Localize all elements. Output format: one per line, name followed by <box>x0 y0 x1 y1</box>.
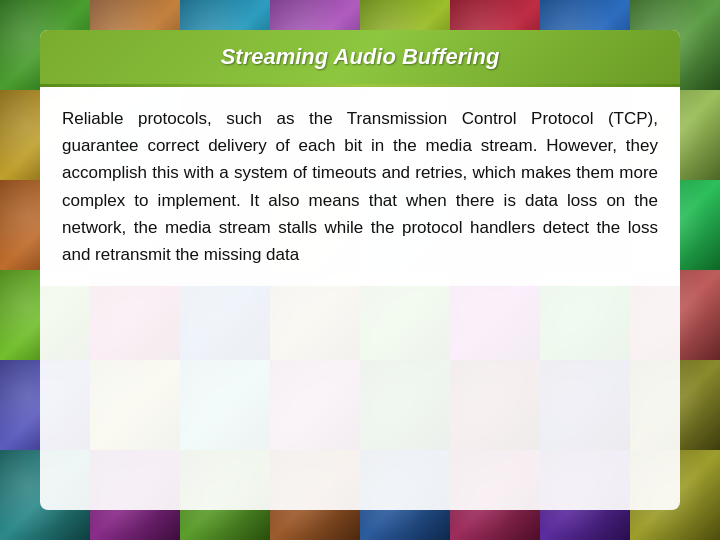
card-title: Streaming Audio Buffering <box>221 44 500 69</box>
content-card: Streaming Audio Buffering Reliable proto… <box>40 30 680 510</box>
card-body-text: Reliable protocols, such as the Transmis… <box>62 105 658 268</box>
card-body: Reliable protocols, such as the Transmis… <box>40 87 680 286</box>
card-header: Streaming Audio Buffering <box>40 30 680 84</box>
